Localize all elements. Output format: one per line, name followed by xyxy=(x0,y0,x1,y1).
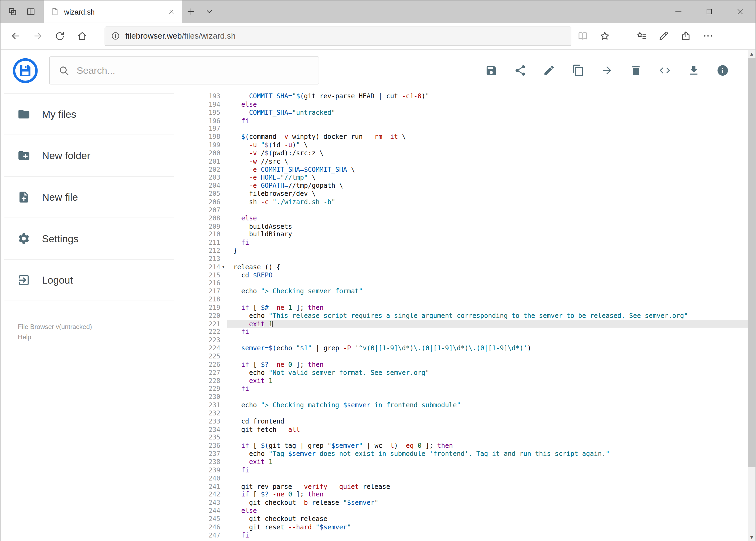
code-line-text: release () { xyxy=(227,263,748,271)
code-line: 237 echo "Tag $semver does not exist in … xyxy=(203,450,748,458)
tab-preview-button[interactable] xyxy=(22,1,40,23)
close-icon xyxy=(736,7,744,16)
folder-icon xyxy=(17,108,30,121)
more-options-button[interactable] xyxy=(697,25,719,47)
code-line: 220 echo "This release script requires a… xyxy=(203,312,748,320)
toolbar-share-button[interactable] xyxy=(514,64,526,77)
code-lines: 193 COMMIT_SHA="$(git rev-parse HEAD | c… xyxy=(203,92,748,539)
toolbar-copy-button[interactable] xyxy=(572,64,584,77)
code-line: 213 xyxy=(203,255,748,263)
search-input[interactable] xyxy=(77,65,310,76)
code-line: 245 git checkout release xyxy=(203,515,748,523)
pen-icon xyxy=(658,31,669,42)
code-line: 226 if [ $? -ne 0 ]; then xyxy=(203,360,748,368)
page-scrollbar[interactable]: ▲ ▼ xyxy=(748,50,756,541)
sidebar-item-new-folder[interactable]: New folder xyxy=(4,135,174,177)
fold-marker-icon[interactable]: ▾ xyxy=(222,263,225,271)
code-line-text: exit 1 xyxy=(227,320,748,328)
code-line-text: -e COMMIT_SHA=$COMMIT_SHA \ xyxy=(227,165,748,174)
home-button[interactable] xyxy=(71,25,93,47)
code-line-text xyxy=(227,433,748,442)
toolbar-download-button[interactable] xyxy=(687,64,700,77)
code-line: 214▾release () { xyxy=(203,263,748,271)
line-number: 195 xyxy=(203,108,227,116)
browser-tab[interactable]: wizard.sh xyxy=(44,1,182,23)
forward-arrow-icon xyxy=(32,31,43,42)
code-line-text: echo "Tag $semver does not exist in subm… xyxy=(227,450,748,458)
forward-button[interactable] xyxy=(26,25,49,47)
code-line-text: semver=$(echo "$1" | grep -P '^v(0|[1-9]… xyxy=(227,344,748,352)
code-line: 209 buildAssets xyxy=(203,222,748,231)
scroll-up-icon[interactable]: ▲ xyxy=(748,50,756,58)
line-number: 235 xyxy=(203,433,227,442)
refresh-button[interactable] xyxy=(49,25,71,47)
code-line: 200 -v /$(pwd):/src:z \ xyxy=(203,149,748,157)
code-line-text: -w //src \ xyxy=(227,157,748,165)
line-number: 211 xyxy=(203,239,227,247)
line-number: 243 xyxy=(203,499,227,507)
sidebar-item-new-file[interactable]: New file xyxy=(4,177,174,218)
sidebar-footer: File Browser v(untracked) Help xyxy=(18,322,203,342)
close-window-button[interactable] xyxy=(725,1,755,23)
site-info-icon[interactable] xyxy=(111,31,120,41)
code-line-text: buildBinary xyxy=(227,231,748,239)
code-line: 243 git checkout -b release "$semver" xyxy=(203,499,748,507)
reading-view-button[interactable] xyxy=(571,25,594,47)
close-icon xyxy=(168,8,174,15)
toolbar-code-button[interactable] xyxy=(658,64,671,77)
ellipsis-icon xyxy=(702,31,713,42)
line-number: 223 xyxy=(203,336,227,344)
maximize-button[interactable] xyxy=(694,1,725,23)
help-link[interactable]: Help xyxy=(18,332,203,342)
code-line: 225 xyxy=(203,352,748,360)
code-line: 199 -u "$(id -u)" \ xyxy=(203,141,748,149)
code-line: 240 xyxy=(203,474,748,482)
toolbar-info-button[interactable] xyxy=(717,64,729,77)
tab-close-button[interactable] xyxy=(164,5,178,18)
text-cursor xyxy=(273,320,273,327)
logout-icon xyxy=(17,273,30,286)
new-tab-button[interactable] xyxy=(182,1,200,23)
tab-list-button[interactable] xyxy=(200,1,218,23)
code-line: 222 fi xyxy=(203,328,748,336)
toolbar-delete-button[interactable] xyxy=(630,64,642,77)
web-note-button[interactable] xyxy=(652,25,674,47)
add-favorite-button[interactable] xyxy=(594,25,616,47)
back-button[interactable] xyxy=(4,25,26,47)
line-number: 194 xyxy=(203,100,227,108)
code-line-text: fi xyxy=(227,385,748,393)
line-number: 218 xyxy=(203,295,227,303)
line-number: 197 xyxy=(203,125,227,133)
star-icon xyxy=(599,31,610,42)
line-number: 202 xyxy=(203,165,227,174)
line-number: 245 xyxy=(203,515,227,523)
minimize-button[interactable] xyxy=(663,1,694,23)
search-box[interactable] xyxy=(49,56,319,85)
toolbar-edit-button[interactable] xyxy=(543,64,555,77)
code-line: 234 git fetch --all xyxy=(203,425,748,433)
line-number: 228 xyxy=(203,376,227,385)
set-tabs-aside-button[interactable] xyxy=(4,1,22,23)
hub-button[interactable] xyxy=(630,25,652,47)
share-page-button[interactable] xyxy=(674,25,697,47)
sidebar-item-label: New file xyxy=(42,191,78,203)
sidebar-item-my-files[interactable]: My files xyxy=(4,94,174,135)
sidebar-item-label: Logout xyxy=(42,274,73,286)
code-line-text: git rev-parse --verify --quiet release xyxy=(227,482,748,490)
scroll-down-icon[interactable]: ▼ xyxy=(748,533,756,541)
sidebar-item-logout[interactable]: Logout xyxy=(4,260,174,301)
address-bar[interactable]: filebrowser.web/files/wizard.sh xyxy=(105,26,571,45)
url-domain: filebrowser.web xyxy=(125,31,182,40)
sidebar-item-label: My files xyxy=(42,108,76,120)
toolbar-save-button[interactable] xyxy=(485,64,497,77)
sidebar-item-settings[interactable]: Settings xyxy=(4,218,174,260)
toolbar-move-button[interactable] xyxy=(601,64,613,77)
code-editor[interactable]: 193 COMMIT_SHA="$(git rev-parse HEAD | c… xyxy=(203,91,748,541)
code-line-text: fi xyxy=(227,116,748,125)
code-line: 215 cd $REPO xyxy=(203,271,748,279)
scrollbar-thumb[interactable] xyxy=(748,58,756,467)
navigation-bar: filebrowser.web/files/wizard.sh xyxy=(1,23,755,50)
code-line: 242 if [ $? -ne 0 ]; then xyxy=(203,490,748,499)
tab-preview-icon xyxy=(26,7,36,16)
maximize-icon xyxy=(705,7,714,16)
